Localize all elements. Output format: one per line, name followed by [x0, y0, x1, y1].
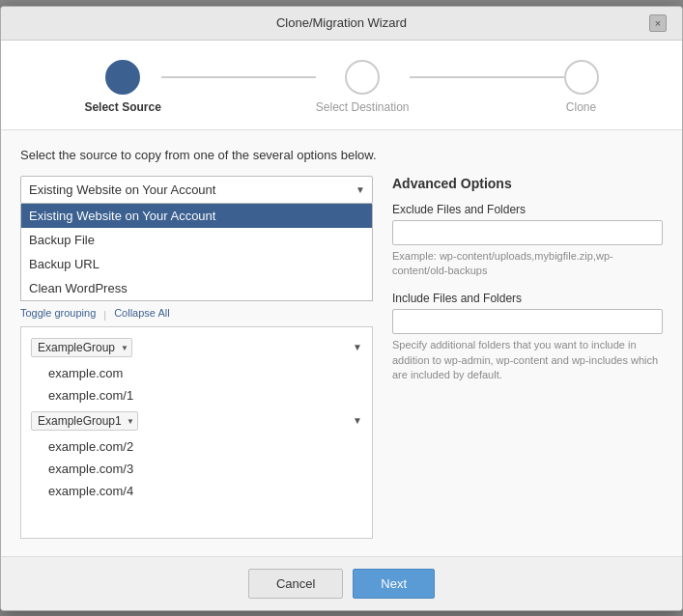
- step-label-clone: Clone: [566, 100, 596, 114]
- content-row: Existing Website on Your Account Backup …: [20, 176, 663, 539]
- tree-item-example-com-1[interactable]: example.com/1: [21, 384, 372, 406]
- exclude-hint: Example: wp-content/uploads,mybigfile.zi…: [392, 249, 663, 279]
- modal-title: Clone/Migration Wizard: [34, 15, 649, 30]
- toggle-grouping-link[interactable]: Toggle grouping: [20, 307, 96, 322]
- dropdown-option-existing[interactable]: Existing Website on Your Account: [21, 204, 372, 228]
- tree-group-examplegroup1[interactable]: ExampleGroup1 ▼: [21, 406, 372, 435]
- dropdown-option-clean-wordpress[interactable]: Clean WordPress: [21, 276, 372, 300]
- tree-group-arrow-2: ▼: [353, 415, 362, 426]
- tree-links: Toggle grouping | Collapse All: [20, 303, 373, 326]
- exclude-input[interactable]: [392, 220, 663, 245]
- tree-group-select-wrap-2: ExampleGroup1: [31, 411, 138, 431]
- close-button[interactable]: ×: [649, 14, 667, 32]
- step-connector-2: [410, 76, 564, 78]
- next-button[interactable]: Next: [353, 569, 435, 599]
- right-panel: Advanced Options Exclude Files and Folde…: [392, 176, 663, 397]
- source-type-dropdown-menu: Existing Website on Your Account Backup …: [20, 204, 373, 301]
- dropdown-option-backup-url[interactable]: Backup URL: [21, 252, 372, 276]
- step-clone: Clone: [564, 60, 599, 114]
- step-circle-source: [105, 60, 140, 95]
- tree-group-select-wrap-1: ExampleGroup: [31, 338, 132, 357]
- close-icon: ×: [655, 17, 661, 29]
- step-select-source: Select Source: [84, 60, 160, 114]
- advanced-options-title: Advanced Options: [392, 176, 663, 191]
- dropdown-option-backup-file[interactable]: Backup File: [21, 228, 372, 252]
- step-select-destination: Select Destination: [316, 60, 410, 114]
- tree-item-example-com-2[interactable]: example.com/2: [21, 435, 372, 458]
- tree-item-example-com-4[interactable]: example.com/4: [21, 480, 372, 502]
- cancel-button[interactable]: Cancel: [248, 569, 343, 599]
- collapse-all-link[interactable]: Collapse All: [114, 307, 169, 322]
- include-hint: Specify additional folders that you want…: [392, 338, 663, 382]
- exclude-label: Exclude Files and Folders: [392, 203, 663, 216]
- modal-body: Select the source to copy from one of th…: [1, 130, 682, 556]
- clone-migration-wizard: Clone/Migration Wizard × Select Source S…: [0, 6, 683, 611]
- website-tree: ExampleGroup ▼ example.com example.com/1…: [20, 326, 373, 539]
- modal-footer: Cancel Next: [1, 556, 682, 610]
- steps-bar: Select Source Select Destination Clone: [1, 41, 682, 130]
- tree-group-arrow-1: ▼: [353, 342, 362, 352]
- include-label: Include Files and Folders: [392, 292, 663, 305]
- tree-item-example-com[interactable]: example.com: [21, 362, 372, 384]
- source-description: Select the source to copy from one of th…: [20, 148, 663, 162]
- step-label-destination: Select Destination: [316, 100, 410, 114]
- tree-group-select-1[interactable]: ExampleGroup: [31, 338, 132, 357]
- include-input[interactable]: [392, 309, 663, 334]
- source-type-select[interactable]: Existing Website on Your Account Backup …: [20, 176, 373, 204]
- tree-item-example-com-3[interactable]: example.com/3: [21, 458, 372, 480]
- step-circle-destination: [345, 60, 380, 95]
- tree-group-examplegroup[interactable]: ExampleGroup ▼: [21, 333, 372, 362]
- step-circle-clone: [564, 60, 599, 95]
- step-connector-1: [161, 76, 316, 78]
- left-panel: Existing Website on Your Account Backup …: [20, 176, 373, 539]
- modal-header: Clone/Migration Wizard ×: [1, 7, 682, 41]
- tree-group-select-2[interactable]: ExampleGroup1: [31, 411, 138, 431]
- source-type-dropdown-wrapper: Existing Website on Your Account Backup …: [20, 176, 373, 204]
- step-label-source: Select Source: [84, 100, 160, 114]
